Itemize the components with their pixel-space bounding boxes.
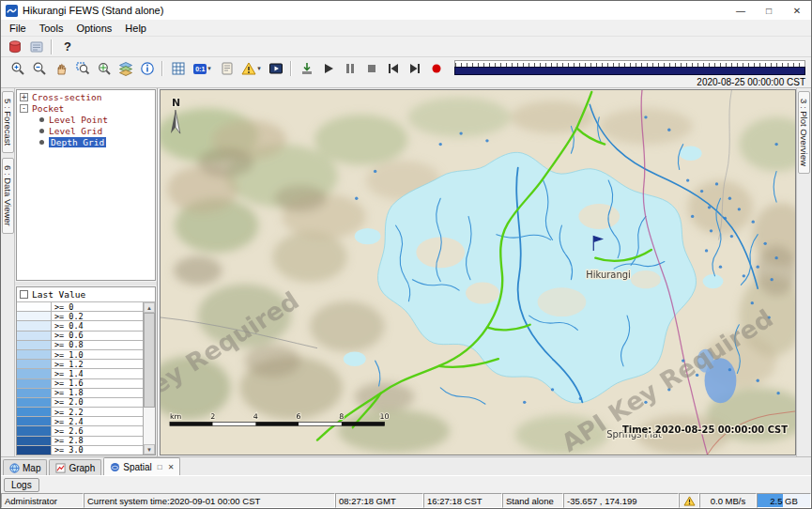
legend-color-swatch — [17, 437, 52, 445]
legend-scrollbar[interactable]: ▲ ▼ — [143, 302, 155, 455]
legend-color-swatch — [17, 398, 52, 407]
step-back-icon[interactable] — [383, 59, 403, 78]
svg-text:8: 8 — [339, 412, 344, 421]
record-icon[interactable] — [426, 59, 446, 78]
tab-label: Map — [23, 463, 40, 473]
timeline-slider[interactable] — [454, 67, 805, 75]
database-icon[interactable] — [5, 38, 24, 56]
tab-data-viewer[interactable]: 6 : Data Viewer — [2, 158, 14, 234]
tree-item-depth-grid[interactable]: Depth Grid — [17, 136, 155, 147]
legend-color-swatch — [17, 379, 52, 388]
scrollbar-track[interactable] — [144, 313, 155, 444]
svg-text:10: 10 — [380, 412, 390, 421]
tab-map[interactable]: Map — [3, 459, 47, 475]
tree-item-cross-section[interactable]: +Cross-section — [17, 91, 155, 102]
svg-text:km: km — [170, 412, 181, 421]
legend-row[interactable]: >= 0.4 — [17, 321, 143, 331]
map-canvas[interactable]: API Key Required API Key Required Hikura… — [161, 90, 795, 455]
legend-row[interactable]: >= 0.6 — [17, 332, 143, 341]
legend-row[interactable]: >= 0 — [17, 302, 143, 312]
zoom-extent-icon[interactable] — [94, 59, 114, 78]
pan-hand-icon[interactable] — [51, 59, 70, 78]
legend-row[interactable]: >= 0.2 — [17, 312, 143, 321]
legend-row[interactable]: >= 2.0 — [17, 398, 143, 408]
legend-row[interactable]: >= 3.0 — [17, 446, 143, 455]
grid-display-icon[interactable] — [168, 59, 188, 78]
legend-row[interactable]: >= 1.0 — [17, 350, 143, 360]
map-view[interactable]: API Key Required API Key Required Hikura… — [160, 89, 796, 455]
timestep-button[interactable]: 0:1 ▾ — [190, 59, 215, 78]
export-animation-icon[interactable] — [297, 59, 316, 78]
scrollbar-thumb[interactable] — [144, 313, 155, 408]
node-bullet-icon — [39, 129, 44, 133]
legend-row[interactable]: >= 2.8 — [17, 437, 143, 446]
status-system-time: Current system time:2020-09-01 00:00 CST — [84, 493, 335, 508]
zoom-rectangle-icon[interactable] — [72, 59, 92, 78]
status-warning-icon[interactable] — [679, 493, 699, 508]
legend-color-swatch — [17, 350, 52, 359]
tab-plot-overview[interactable]: 3 : Plot Overview — [798, 91, 810, 174]
minimize-button[interactable]: — — [727, 1, 755, 20]
legend-color-swatch — [17, 302, 52, 311]
tab-label: Spatial — [123, 462, 152, 472]
tree-item-level-grid[interactable]: Level Grid — [17, 125, 155, 136]
tree-item-pocket[interactable]: -Pocket — [17, 102, 155, 114]
animation-display-icon[interactable] — [266, 59, 285, 78]
help-icon[interactable]: ? — [57, 38, 78, 56]
menu-item-tools[interactable]: Tools — [33, 23, 70, 34]
tree-item-level-point[interactable]: Level Point — [17, 114, 155, 125]
legend-color-swatch — [17, 341, 52, 349]
svg-text:2: 2 — [210, 412, 215, 421]
legend-threshold-label: >= 2.0 — [52, 398, 84, 407]
legend-row[interactable]: >= 2.6 — [17, 426, 143, 436]
legend-row[interactable]: >= 1.2 — [17, 360, 143, 369]
collapse-icon[interactable]: - — [20, 104, 28, 113]
layers-icon[interactable] — [115, 59, 135, 78]
scroll-document-icon[interactable] — [217, 59, 237, 78]
timeline-ruler[interactable] — [454, 60, 805, 67]
warning-dropdown-button[interactable]: ▾ — [238, 59, 264, 78]
legend-row[interactable]: >= 1.4 — [17, 369, 143, 378]
expand-icon[interactable]: + — [20, 93, 28, 101]
legend-panel: Last Value >= 0>= 0.2>= 0.4>= 0.6>= 0.8>… — [16, 286, 156, 455]
close-tab-icon[interactable]: ✕ — [168, 463, 175, 471]
left-tab-strip: 5 : Forecast 6 : Data Viewer — [1, 88, 15, 456]
play-icon[interactable] — [318, 59, 338, 78]
maximize-tab-icon[interactable]: □ — [158, 463, 162, 471]
legend-row[interactable]: >= 2.4 — [17, 417, 143, 426]
last-value-checkbox[interactable] — [20, 290, 28, 299]
panel-splitter[interactable] — [15, 282, 157, 285]
legend-row[interactable]: >= 2.2 — [17, 408, 143, 417]
legend-color-swatch — [17, 321, 52, 330]
tab-spatial[interactable]: Spatial □ ✕ — [103, 457, 180, 475]
step-forward-icon[interactable] — [405, 59, 424, 78]
map-toolbar: 0:1 ▾ ▾ — [1, 57, 811, 88]
logs-button[interactable]: Logs — [4, 478, 39, 492]
tab-forecast[interactable]: 5 : Forecast — [2, 91, 14, 153]
forecast-manager-icon[interactable] — [26, 38, 46, 56]
stop-icon[interactable] — [361, 59, 381, 78]
legend-body: >= 0>= 0.2>= 0.4>= 0.6>= 0.8>= 1.0>= 1.2… — [17, 301, 155, 455]
zoom-in-icon[interactable] — [8, 59, 27, 78]
zoom-out-icon[interactable] — [29, 59, 49, 78]
menu-item-options[interactable]: Options — [69, 23, 118, 34]
legend-row[interactable]: >= 1.6 — [17, 379, 143, 389]
pause-icon[interactable] — [340, 59, 360, 78]
app-icon — [6, 5, 18, 17]
scroll-down-icon[interactable]: ▼ — [144, 444, 155, 455]
legend-row[interactable]: >= 1.8 — [17, 389, 143, 398]
info-icon[interactable] — [137, 59, 157, 78]
scroll-up-icon[interactable]: ▲ — [144, 302, 155, 313]
tab-label: Graph — [69, 463, 95, 473]
maximize-button[interactable]: □ — [755, 1, 783, 20]
place-label-hikurangi: Hikurangi — [586, 270, 631, 280]
menu-item-file[interactable]: File — [3, 23, 33, 34]
legend-row[interactable]: >= 0.8 — [17, 341, 143, 350]
chart-icon — [55, 463, 66, 473]
tab-graph[interactable]: Graph — [49, 459, 101, 475]
close-button[interactable]: ✕ — [783, 1, 811, 20]
menu-item-help[interactable]: Help — [118, 23, 153, 34]
legend-color-swatch — [17, 360, 52, 368]
status-memory: 2.5 GB — [757, 493, 811, 508]
display-tab-bar: Map Graph Spatial □ ✕ — [1, 456, 811, 475]
